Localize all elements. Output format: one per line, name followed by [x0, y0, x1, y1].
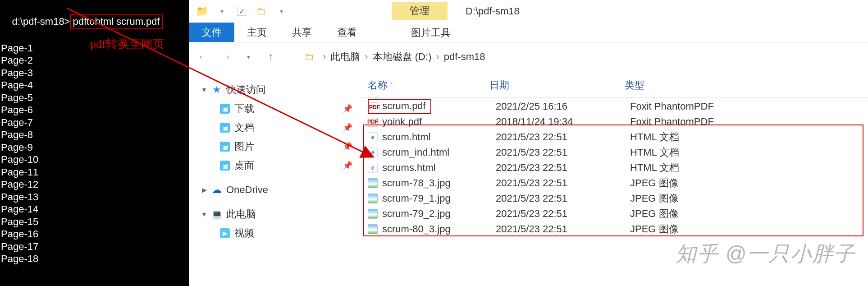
file-name-text: scrum.pdf — [382, 100, 426, 111]
tree-onedrive[interactable]: ▶ ☁ OneDrive — [194, 181, 361, 198]
terminal-output-line: Page-14 — [1, 203, 188, 216]
file-date-cell: 2021/5/23 22:51 — [496, 208, 630, 220]
tab-view[interactable]: 查看 — [324, 23, 370, 42]
file-name-cell: escrum_ind.html — [368, 147, 496, 158]
file-name-cell: scrum-79_1.jpg — [368, 193, 496, 204]
jpg-file-icon — [368, 178, 378, 188]
file-row[interactable]: scrum-79_2.jpg2021/5/23 22:51JPEG 图像 — [365, 206, 868, 221]
file-name-text: scrum-80_3.jpg — [382, 223, 451, 235]
tab-share[interactable]: 共享 — [279, 23, 324, 42]
file-row[interactable]: escrums.html2021/5/23 22:51HTML 文档 — [365, 160, 868, 175]
qat-dropdown2-icon[interactable]: ▾ — [271, 0, 291, 22]
file-type-cell: HTML 文档 — [630, 130, 868, 144]
file-type-cell: JPEG 图像 — [630, 207, 868, 221]
title-bar: 📁 ▾ ✓ 🗀 ▾ 管理 D:\pdf-sm18 — [189, 0, 868, 23]
terminal-pane[interactable]: d:\pdf-sm18>pdftohtml scrum.pdf Page-1Pa… — [0, 0, 189, 286]
video-folder-icon: ▶ — [220, 228, 230, 238]
file-date-cell: 2021/5/23 22:51 — [496, 147, 630, 158]
tree-this-pc[interactable]: ▼ 💻 此电脑 — [194, 205, 361, 224]
terminal-output-line: Page-18 — [1, 253, 188, 265]
file-row[interactable]: scrum-78_3.jpg2021/5/23 22:51JPEG 图像 — [365, 175, 868, 191]
jpg-file-icon — [368, 224, 378, 234]
file-row[interactable]: PDFyoink.pdf2018/11/24 19:34Foxit Phanto… — [365, 114, 868, 129]
tree-item-label: 桌面 — [234, 159, 254, 172]
file-row[interactable]: PDF scrum.pdf2021/2/25 16:16Foxit Phanto… — [365, 99, 868, 114]
html-file-icon: e — [368, 148, 378, 157]
tab-home[interactable]: 主页 — [234, 23, 279, 42]
file-row[interactable]: escrum_ind.html2021/5/23 22:51HTML 文档 — [365, 145, 868, 160]
breadcrumb-item[interactable]: pdf-sm18 — [444, 51, 485, 63]
tree-quick-item[interactable]: ▣桌面📌 — [194, 156, 361, 175]
file-row[interactable]: scrum-79_1.jpg2021/5/23 22:51JPEG 图像 — [365, 191, 868, 206]
terminal-output-line: Page-13 — [1, 191, 188, 203]
tree-item-label: 图片 — [234, 140, 254, 153]
file-name-cell: scrum-80_3.jpg — [368, 223, 496, 235]
terminal-output-line: Page-16 — [1, 228, 188, 240]
tree-quick-access[interactable]: ▼ ★ 快速访问 — [194, 80, 361, 99]
html-file-icon: e — [368, 132, 378, 142]
tree-quick-item[interactable]: ▣图片📌 — [194, 137, 361, 156]
file-name-text: scrum_ind.html — [382, 147, 449, 158]
file-list-pane: 名称 ˄ 日期 类型 PDF scrum.pdf2021/2/25 16:16F… — [361, 71, 868, 286]
nav-forward-button[interactable]: → — [219, 50, 233, 64]
file-type-cell: HTML 文档 — [630, 146, 868, 159]
file-row[interactable]: scrum-80_3.jpg2021/5/23 22:51JPEG 图像 — [365, 221, 868, 237]
qat-properties-button[interactable]: ✓ — [237, 7, 246, 16]
chevron-right-icon: ▶ — [201, 186, 207, 194]
file-list: PDF scrum.pdf2021/2/25 16:16Foxit Phanto… — [361, 98, 868, 237]
breadcrumb-item[interactable]: 此电脑 — [330, 50, 360, 64]
qat-dropdown-icon[interactable]: ▾ — [212, 0, 232, 22]
ribbon-context-label: 管理 — [392, 2, 448, 20]
tree-quick-item[interactable]: ▣下载📌 — [194, 99, 361, 118]
chevron-down-icon: ▼ — [201, 86, 207, 93]
html-file-icon: e — [368, 163, 378, 173]
tree-item-label: 下载 — [234, 102, 254, 115]
file-type-cell: JPEG 图像 — [630, 176, 868, 190]
terminal-output-line: Page-12 — [1, 178, 188, 191]
pin-icon[interactable]: 📌 — [343, 142, 352, 152]
col-date[interactable]: 日期 — [489, 78, 625, 92]
terminal-output: Page-1Page-2Page-3Page-4Page-5Page-6Page… — [1, 42, 188, 265]
pin-icon[interactable]: 📌 — [343, 104, 352, 114]
tab-context[interactable]: 图片工具 — [398, 23, 463, 42]
file-row[interactable]: escrum.html2021/5/23 22:51HTML 文档 — [365, 129, 868, 145]
crumb-sep-icon: › — [436, 51, 439, 63]
terminal-output-line: Page-10 — [1, 153, 188, 166]
jpg-file-icon — [368, 194, 378, 203]
file-type-cell: Foxit PhantomPDF — [630, 116, 868, 128]
col-date-label: 日期 — [489, 78, 509, 92]
file-name-cell: scrum-79_2.jpg — [368, 208, 496, 220]
file-name-cell: scrum-78_3.jpg — [368, 177, 496, 189]
tab-file[interactable]: 文件 — [189, 23, 234, 42]
terminal-output-line: Page-17 — [1, 240, 188, 253]
file-name-cell: escrums.html — [368, 162, 496, 174]
onedrive-label: OneDrive — [226, 184, 268, 196]
pin-icon[interactable]: 📌 — [343, 161, 352, 171]
annotation-label: pdf转换至网页 — [90, 37, 164, 52]
nav-up-button[interactable]: ↑ — [264, 50, 278, 64]
file-name-text: scrum-79_1.jpg — [382, 193, 451, 204]
file-type-cell: JPEG 图像 — [630, 192, 868, 205]
file-name-text: scrums.html — [382, 162, 436, 174]
col-name-label: 名称 — [368, 78, 388, 92]
file-name-cell: escrum.html — [368, 131, 496, 143]
nav-history-dropdown[interactable]: ▾ — [242, 53, 255, 60]
col-name[interactable]: 名称 ˄ — [368, 78, 489, 92]
terminal-output-line: Page-4 — [1, 79, 188, 92]
breadcrumb-item[interactable]: 本地磁盘 (D:) — [373, 50, 432, 64]
col-type-label: 类型 — [625, 78, 644, 92]
pdf-file-icon: PDF — [368, 117, 378, 127]
terminal-output-line: Page-5 — [1, 92, 188, 104]
crumb-sep-icon: › — [323, 51, 326, 63]
file-date-cell: 2021/5/23 22:51 — [496, 162, 630, 174]
explorer-folder-icon: 📁 — [192, 0, 212, 22]
file-date-cell: 2021/5/23 22:51 — [496, 131, 630, 143]
col-type[interactable]: 类型 — [625, 78, 868, 92]
tree-videos[interactable]: ▶ 视频 — [194, 224, 361, 243]
qat-folder-icon[interactable]: 🗀 — [251, 0, 271, 22]
tree-quick-item[interactable]: ▣文档📌 — [194, 118, 361, 137]
file-type-cell: JPEG 图像 — [630, 222, 868, 236]
pin-icon[interactable]: 📌 — [343, 123, 352, 133]
nav-back-button[interactable]: ← — [196, 50, 210, 64]
this-pc-label: 此电脑 — [226, 208, 256, 221]
